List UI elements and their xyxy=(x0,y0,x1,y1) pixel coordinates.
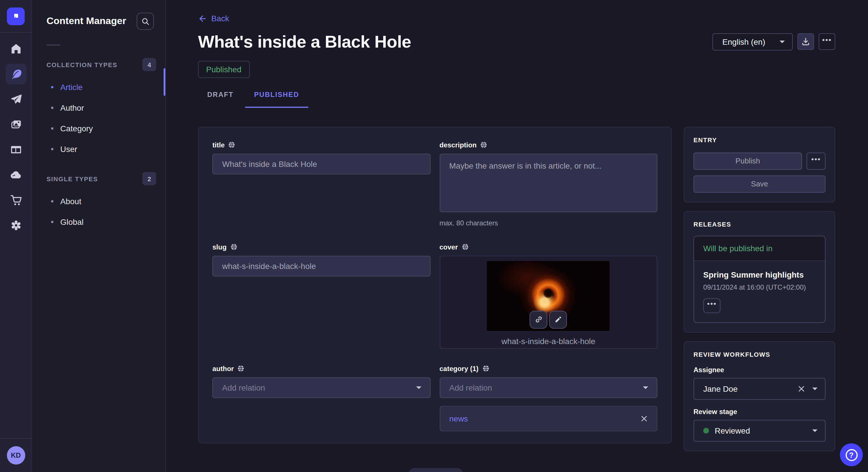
bullet-icon xyxy=(51,107,53,109)
bullet-icon xyxy=(51,200,53,202)
category-field: category (1) Add relation news xyxy=(439,365,657,431)
strapi-logo[interactable] xyxy=(7,7,25,25)
slug-field: slug xyxy=(212,243,430,348)
rail-marketplace-button[interactable] xyxy=(5,190,26,210)
sidebar-item-about[interactable]: About xyxy=(33,191,165,212)
review-stage-label: Review stage xyxy=(693,407,826,415)
title-input[interactable] xyxy=(212,154,430,174)
nav-rail: KD xyxy=(0,0,32,472)
download-icon xyxy=(801,37,810,46)
globe-icon xyxy=(482,365,489,372)
logo-wrap xyxy=(0,0,32,33)
arrow-left-icon xyxy=(198,14,207,23)
feather-icon xyxy=(9,68,22,80)
author-field: author Add relation xyxy=(212,365,430,431)
paper-plane-icon xyxy=(9,93,22,105)
sidebar-item-author[interactable]: Author xyxy=(33,98,165,118)
scrollbar-thumb[interactable] xyxy=(164,68,165,96)
ellipsis-icon: ••• xyxy=(822,36,832,47)
release-status: Will be published in xyxy=(703,243,772,252)
releases-panel: RELEASES Will be published in Spring Sum… xyxy=(684,211,835,332)
rail-deploy-button[interactable] xyxy=(5,165,26,185)
remove-relation-icon[interactable] xyxy=(641,415,648,422)
question-mark-icon: ? xyxy=(845,449,857,461)
subnav-title: Content Manager xyxy=(46,15,126,27)
chevron-down-icon xyxy=(812,428,818,433)
link-icon xyxy=(535,315,543,324)
globe-icon xyxy=(480,141,487,148)
cover-image xyxy=(487,261,610,331)
description-textarea[interactable]: Maybe the answer is in this article, or … xyxy=(439,154,657,212)
save-button[interactable]: Save xyxy=(693,175,826,193)
version-tabs: DRAFT PUBLISHED xyxy=(198,90,835,107)
rail-home-button[interactable] xyxy=(5,38,26,59)
sidebar-item-category[interactable]: Category xyxy=(33,118,165,139)
review-stage-combobox[interactable]: Reviewed xyxy=(693,419,826,441)
rail-media-library-button[interactable] xyxy=(5,114,26,135)
relation-news-link[interactable]: news xyxy=(449,414,468,423)
media-library-icon xyxy=(9,118,22,131)
sidebar-item-global[interactable]: Global xyxy=(33,212,165,232)
avatar[interactable]: KD xyxy=(7,446,25,465)
section-label: SINGLE TYPES xyxy=(46,175,98,182)
bullet-icon xyxy=(51,221,53,223)
assignee-label: Assignee xyxy=(693,366,826,374)
rail-releases-button[interactable] xyxy=(5,89,26,109)
entry-more-button[interactable]: ••• xyxy=(807,152,826,169)
chevron-down-icon xyxy=(415,385,422,390)
sidebar-item-article[interactable]: Article xyxy=(33,77,165,98)
globe-icon xyxy=(461,243,469,250)
section-count-badge: 4 xyxy=(143,58,156,71)
rail-nav xyxy=(5,33,26,438)
download-button[interactable] xyxy=(797,33,814,50)
publish-button[interactable]: Publish xyxy=(693,152,802,169)
cart-icon xyxy=(9,194,22,206)
cover-field: cover xyxy=(439,243,657,348)
releases-panel-heading: RELEASES xyxy=(693,221,826,227)
ellipsis-icon: ••• xyxy=(811,156,820,166)
title-field: title xyxy=(212,141,430,227)
help-button[interactable]: ? xyxy=(840,443,863,466)
search-button[interactable] xyxy=(136,12,154,30)
stage-status-dot xyxy=(703,428,709,433)
globe-icon xyxy=(228,141,236,148)
tab-published[interactable]: PUBLISHED xyxy=(245,90,308,107)
section-label: COLLECTION TYPES xyxy=(46,61,117,68)
description-hint: max. 80 characters xyxy=(439,219,657,227)
sidebar-item-user[interactable]: User xyxy=(33,139,165,160)
locale-value: English (en) xyxy=(722,37,765,46)
assignee-combobox[interactable]: Jane Doe xyxy=(693,378,826,400)
side-panels: ENTRY Publish ••• Save RELEASES Will be … xyxy=(684,127,835,451)
author-relation-select[interactable]: Add relation xyxy=(212,377,430,398)
home-icon xyxy=(9,42,22,55)
release-card: Will be published in Spring Summer highl… xyxy=(693,235,826,323)
rail-content-type-builder-button[interactable] xyxy=(5,139,26,160)
partial-bottom-button[interactable] xyxy=(408,468,463,472)
stage-value: Reviewed xyxy=(715,426,750,435)
chevron-down-icon xyxy=(812,386,818,391)
clear-icon[interactable] xyxy=(798,385,805,392)
entry-form-card: title description xyxy=(198,127,672,443)
globe-icon xyxy=(237,365,245,372)
back-link[interactable]: Back xyxy=(198,14,229,23)
description-field: description Maybe the answer is in this … xyxy=(439,141,657,227)
rail-content-manager-button[interactable] xyxy=(5,64,26,84)
chevron-down-icon xyxy=(779,39,785,44)
section-count-badge: 2 xyxy=(143,172,156,185)
review-panel-heading: REVIEW WORKFLOWS xyxy=(693,351,826,358)
category-relation-select[interactable]: Add relation xyxy=(439,377,657,398)
slug-input[interactable] xyxy=(212,256,430,276)
copy-link-button[interactable] xyxy=(530,310,548,328)
single-types-section: SINGLE TYPES 2 About Global xyxy=(33,172,165,232)
release-more-button[interactable]: ••• xyxy=(703,298,720,313)
review-workflows-panel: REVIEW WORKFLOWS Assignee Jane Doe xyxy=(684,341,835,451)
release-name[interactable]: Spring Summer highlights xyxy=(703,270,816,279)
edit-cover-button[interactable] xyxy=(549,310,567,328)
rail-settings-button[interactable] xyxy=(5,215,26,236)
header-more-button[interactable]: ••• xyxy=(818,33,835,50)
bullet-icon xyxy=(51,127,53,130)
search-icon xyxy=(141,17,150,26)
locale-select[interactable]: English (en) xyxy=(713,33,793,50)
entry-panel: ENTRY Publish ••• Save xyxy=(684,127,835,202)
tab-draft[interactable]: DRAFT xyxy=(198,90,243,107)
